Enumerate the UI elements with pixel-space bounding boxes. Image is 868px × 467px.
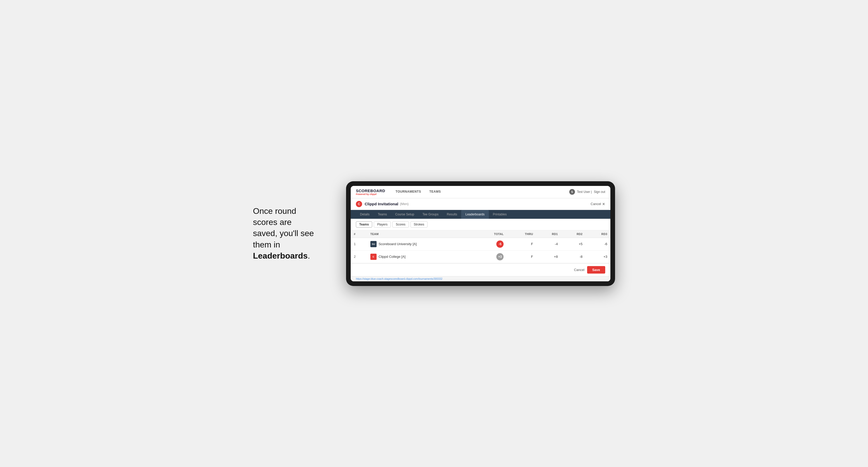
row2-rd3: +3 xyxy=(586,250,610,263)
team-name-2: Clippd College [A] xyxy=(379,255,406,258)
row1-team: SU Scoreboard University [A] xyxy=(367,238,475,250)
user-avatar: S xyxy=(569,189,575,195)
tablet-frame: SCOREBOARD Powered by clippd TOURNAMENTS… xyxy=(346,181,615,286)
tab-details[interactable]: Details xyxy=(356,210,374,219)
team-name-1: Scoreboard University [A] xyxy=(379,242,417,246)
logo-sub: Powered by clippd xyxy=(356,193,385,195)
col-rd3: RD3 xyxy=(586,230,610,238)
desc-bold: Leaderboards xyxy=(253,251,308,260)
table-row: 2 C Clippd College [A] +3 F xyxy=(351,250,610,263)
sign-out-link[interactable]: Sign out xyxy=(594,190,605,194)
row2-rd2: -8 xyxy=(561,250,586,263)
col-rd2: RD2 xyxy=(561,230,586,238)
row1-rd2: +5 xyxy=(561,238,586,250)
tablet-screen: SCOREBOARD Powered by clippd TOURNAMENTS… xyxy=(351,186,610,281)
logo-title: SCOREBOARD xyxy=(356,188,385,193)
sub-tabs: Details Teams Course Setup Tee Groups Re… xyxy=(351,210,610,219)
tab-tee-groups[interactable]: Tee Groups xyxy=(418,210,442,219)
user-name: Test User | xyxy=(577,190,592,194)
left-description: Once round scores are saved, you'll see … xyxy=(253,206,331,261)
row1-rank: 1 xyxy=(351,238,367,250)
table-row: 1 SU Scoreboard University [A] -5 F xyxy=(351,238,610,250)
row2-rd1: +8 xyxy=(536,250,561,263)
row1-rd1: -4 xyxy=(536,238,561,250)
tournament-header: C Clippd Invitational (Men) Cancel ✕ xyxy=(351,198,610,210)
table-header-row: # TEAM TOTAL THRU RD1 RD2 RD3 xyxy=(351,230,610,238)
header-cancel-button[interactable]: Cancel ✕ xyxy=(591,202,605,206)
nav-teams[interactable]: TEAMS xyxy=(425,186,445,198)
nav-right: S Test User | Sign out xyxy=(569,189,605,195)
tab-teams[interactable]: Teams xyxy=(374,210,391,219)
logo-sub-prefix: Powered by xyxy=(356,193,370,195)
row2-team: C Clippd College [A] xyxy=(367,250,475,263)
score-badge-1: -5 xyxy=(496,241,503,248)
url-bar: https://stage-blue-coach.stagescoredboar… xyxy=(351,276,610,281)
desc-line2: scores are xyxy=(253,217,291,227)
nav-items: TOURNAMENTS TEAMS xyxy=(391,186,569,198)
col-rank: # xyxy=(351,230,367,238)
nav-tournaments[interactable]: TOURNAMENTS xyxy=(391,186,425,198)
top-nav: SCOREBOARD Powered by clippd TOURNAMENTS… xyxy=(351,186,610,198)
row1-total: -5 xyxy=(475,238,507,250)
desc-period: . xyxy=(308,251,310,260)
filter-teams[interactable]: Teams xyxy=(356,221,372,227)
row1-rd3: -6 xyxy=(586,238,610,250)
desc-line3: saved, you'll see xyxy=(253,228,314,238)
logo-brand: clippd xyxy=(370,193,377,195)
col-total: TOTAL xyxy=(475,230,507,238)
row2-total: +3 xyxy=(475,250,507,263)
tab-results[interactable]: Results xyxy=(442,210,461,219)
team-logo-2: C xyxy=(370,254,377,260)
leaderboard-table-container: # TEAM TOTAL THRU RD1 RD2 RD3 1 xyxy=(351,230,610,263)
tournament-icon: C xyxy=(356,201,362,207)
desc-line1: Once round xyxy=(253,206,296,216)
filter-players[interactable]: Players xyxy=(374,221,391,227)
row1-thru: F xyxy=(507,238,536,250)
footer-save-button[interactable]: Save xyxy=(587,266,605,274)
cancel-label: Cancel xyxy=(591,202,601,206)
row2-thru: F xyxy=(507,250,536,263)
footer-cancel-button[interactable]: Cancel xyxy=(574,268,584,272)
row2-rank: 2 xyxy=(351,250,367,263)
desc-line4: them in xyxy=(253,240,280,249)
tab-course-setup[interactable]: Course Setup xyxy=(391,210,418,219)
leaderboard-table: # TEAM TOTAL THRU RD1 RD2 RD3 1 xyxy=(351,230,610,263)
logo-area: SCOREBOARD Powered by clippd xyxy=(356,188,385,195)
team-cell-1: SU Scoreboard University [A] xyxy=(370,241,471,247)
col-rd1: RD1 xyxy=(536,230,561,238)
filter-scores[interactable]: Scores xyxy=(392,221,409,227)
tab-printables[interactable]: Printables xyxy=(489,210,511,219)
col-thru: THRU xyxy=(507,230,536,238)
page-wrapper: Once round scores are saved, you'll see … xyxy=(253,181,615,286)
tab-leaderboards[interactable]: Leaderboards xyxy=(461,210,489,219)
col-team: TEAM xyxy=(367,230,475,238)
score-badge-2: +3 xyxy=(496,253,503,260)
filter-row: Teams Players Scores Strokes xyxy=(351,219,610,230)
tournament-name: Clippd Invitational xyxy=(365,202,398,206)
filter-strokes[interactable]: Strokes xyxy=(410,221,428,227)
team-cell-2: C Clippd College [A] xyxy=(370,254,471,260)
team-logo-1: SU xyxy=(370,241,377,247)
footer: Cancel Save xyxy=(351,263,610,276)
tournament-gender: (Men) xyxy=(400,202,409,206)
close-icon: ✕ xyxy=(602,202,605,206)
